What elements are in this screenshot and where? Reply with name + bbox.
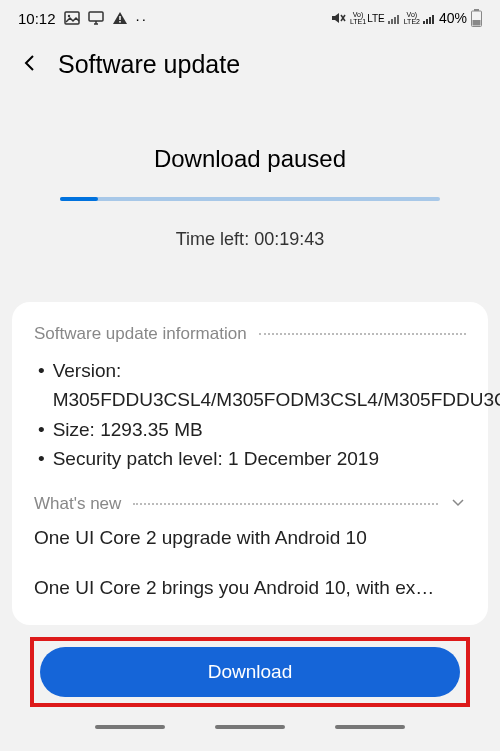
info-section-header: Software update information <box>34 324 466 344</box>
svg-point-1 <box>67 15 69 17</box>
status-bar-right: Vo)LTE1 LTE Vo)LTE2 40% <box>330 9 482 27</box>
download-status-title: Download paused <box>30 145 470 173</box>
warning-icon <box>112 10 128 26</box>
download-button[interactable]: Download <box>40 647 460 697</box>
image-icon <box>64 10 80 26</box>
whats-new-section: What's new One UI Core 2 upgrade with An… <box>34 494 466 599</box>
time-left-label: Time left: 00:19:43 <box>30 229 470 250</box>
info-item-version: •Version: M305FDDU3CSL4/M305FODM3CSL4/M3… <box>38 356 466 415</box>
status-bar-left: 10:12 ·· <box>18 10 148 27</box>
info-list: •Version: M305FDDU3CSL4/M305FODM3CSL4/M3… <box>34 356 466 474</box>
sim2-indicator: Vo)LTE2 <box>404 11 435 25</box>
chevron-down-icon <box>450 494 466 515</box>
sim1-indicator: Vo)LTE1 LTE <box>350 11 400 25</box>
page-title: Software update <box>58 50 240 79</box>
more-dots-icon: ·· <box>136 10 148 27</box>
info-item-security: •Security patch level: 1 December 2019 <box>38 444 466 473</box>
app-header: Software update <box>0 32 500 97</box>
nav-bar <box>30 725 470 735</box>
svg-rect-4 <box>119 21 121 23</box>
progress-fill <box>60 197 98 201</box>
whats-new-line2: One UI Core 2 brings you Android 10, wit… <box>34 577 466 599</box>
bottom-area: Download <box>0 637 500 751</box>
svg-rect-9 <box>473 20 481 26</box>
info-section-label: Software update information <box>34 324 247 344</box>
mute-icon <box>330 10 346 26</box>
highlight-box: Download <box>30 637 470 707</box>
whats-new-line1: One UI Core 2 upgrade with Android 10 <box>34 527 466 549</box>
update-info-card: Software update information •Version: M3… <box>12 302 488 625</box>
nav-home[interactable] <box>215 725 285 729</box>
whats-new-header[interactable]: What's new <box>34 494 466 515</box>
svg-rect-2 <box>89 12 103 21</box>
monitor-icon <box>88 10 104 26</box>
svg-rect-3 <box>119 16 121 20</box>
progress-bar <box>60 197 440 201</box>
back-button[interactable] <box>20 53 40 77</box>
status-bar: 10:12 ·· Vo)LTE1 LTE Vo)LTE2 40% <box>0 0 500 32</box>
divider-dotted <box>133 503 438 505</box>
divider-dotted <box>259 333 466 335</box>
battery-icon <box>471 9 482 27</box>
download-status-section: Download paused Time left: 00:19:43 <box>0 97 500 270</box>
status-time: 10:12 <box>18 10 56 27</box>
nav-back[interactable] <box>335 725 405 729</box>
info-item-size: •Size: 1293.35 MB <box>38 415 466 444</box>
whats-new-label: What's new <box>34 494 121 514</box>
battery-percent: 40% <box>439 10 467 26</box>
nav-recents[interactable] <box>95 725 165 729</box>
